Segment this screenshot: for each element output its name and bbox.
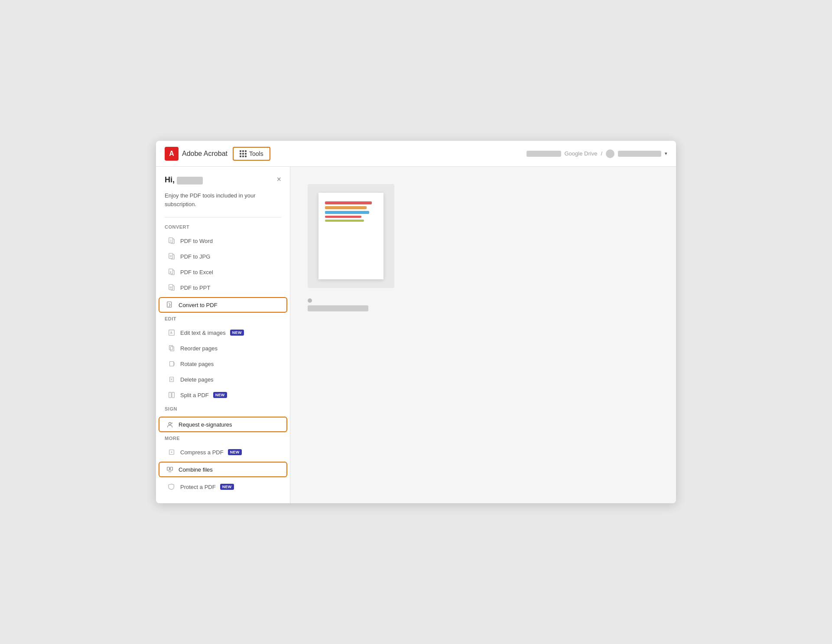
convert-to-pdf-item[interactable]: Convert to PDF xyxy=(159,297,287,313)
pdf-to-jpg-icon xyxy=(167,252,176,261)
pdf-to-excel-icon xyxy=(167,268,176,276)
section-label-edit: EDIT xyxy=(156,316,290,325)
new-badge-compress: NEW xyxy=(228,449,242,455)
pdf-line-2 xyxy=(325,206,367,209)
menu-item[interactable]: PDF to Excel xyxy=(159,264,287,280)
combine-files-label: Combine files xyxy=(179,466,213,473)
compress-pdf-icon xyxy=(167,448,176,456)
main-area: Hi, × Enjoy the PDF tools included in yo… xyxy=(156,167,676,503)
edit-text-images-label: Edit text & images xyxy=(180,330,226,336)
edit-text-images-item[interactable]: Edit text & images NEW xyxy=(159,325,287,340)
svg-rect-5 xyxy=(170,287,172,288)
svg-rect-3 xyxy=(169,269,173,274)
rotate-pages-label: Rotate pages xyxy=(180,361,214,367)
new-badge-edit-text: NEW xyxy=(230,330,244,336)
rotate-pages-item[interactable]: Rotate pages xyxy=(159,356,287,372)
file-name-blurred-content xyxy=(308,305,368,311)
delete-pages-icon xyxy=(167,375,176,384)
breadcrumb-sep: / xyxy=(601,150,602,157)
svg-point-15 xyxy=(172,423,172,424)
tools-label: Tools xyxy=(249,150,263,157)
svg-point-14 xyxy=(169,423,171,425)
pdf-to-word-label: PDF to Word xyxy=(180,238,213,244)
breadcrumb-service: Google Drive xyxy=(565,150,598,157)
user-name-blurred xyxy=(526,151,561,157)
file-icon-small xyxy=(606,149,614,158)
chevron-down-icon: ▾ xyxy=(665,151,667,156)
subscription-text: Enjoy the PDF tools included in your sub… xyxy=(156,191,290,215)
file-name-blurred xyxy=(618,151,661,157)
split-pdf-icon xyxy=(167,391,176,399)
app-window: A Adobe Acrobat Tools Google Drive / ▾ xyxy=(156,141,676,503)
edit-text-images-icon xyxy=(167,328,176,337)
header-right: Google Drive / ▾ xyxy=(526,149,668,158)
svg-rect-1 xyxy=(169,253,173,259)
pdf-line-3 xyxy=(325,211,369,214)
section-label-sign: SIGN xyxy=(156,406,290,415)
close-button[interactable]: × xyxy=(276,175,281,183)
acrobat-logo: A Adobe Acrobat xyxy=(165,147,228,161)
delete-pages-item[interactable]: Delete pages xyxy=(159,372,287,387)
file-info xyxy=(308,298,368,311)
pdf-to-jpg-label: PDF to JPG xyxy=(180,253,210,260)
svg-rect-13 xyxy=(172,392,174,398)
menu-item[interactable]: PDF to PPT xyxy=(159,280,287,295)
compress-pdf-label: Compress a PDF xyxy=(180,449,224,456)
sidebar: Hi, × Enjoy the PDF tools included in yo… xyxy=(156,167,290,503)
protect-pdf-icon xyxy=(167,482,176,491)
pdf-preview xyxy=(308,184,394,288)
content-area xyxy=(290,167,676,503)
reorder-pages-icon xyxy=(167,344,176,353)
protect-pdf-label: Protect a PDF xyxy=(180,484,216,490)
file-dot xyxy=(308,298,312,303)
greeting-hi: Hi, xyxy=(165,175,177,184)
pdf-to-ppt-icon xyxy=(167,283,176,292)
pdf-line-5 xyxy=(325,220,364,222)
tools-button[interactable]: Tools xyxy=(233,147,270,161)
pdf-to-word-icon xyxy=(167,236,176,245)
rotate-pages-icon xyxy=(167,359,176,368)
svg-rect-8 xyxy=(169,346,173,350)
convert-to-pdf-icon xyxy=(166,301,174,309)
protect-pdf-item[interactable]: Protect a PDF NEW xyxy=(159,479,287,495)
new-badge-split: NEW xyxy=(213,392,227,398)
app-name: Adobe Acrobat xyxy=(182,150,228,158)
acrobat-icon: A xyxy=(165,147,179,161)
divider xyxy=(165,217,281,217)
pdf-page xyxy=(318,193,384,279)
svg-rect-17 xyxy=(167,467,169,470)
reorder-pages-label: Reorder pages xyxy=(180,345,218,352)
new-badge-protect: NEW xyxy=(220,484,234,490)
reorder-pages-item[interactable]: Reorder pages xyxy=(159,340,287,356)
header-left: A Adobe Acrobat Tools xyxy=(165,147,270,161)
combine-files-item[interactable]: Combine files xyxy=(159,462,287,477)
grid-icon xyxy=(240,150,247,157)
split-pdf-item[interactable]: Split a PDF NEW xyxy=(159,387,287,403)
svg-rect-12 xyxy=(169,392,171,398)
split-pdf-label: Split a PDF xyxy=(180,392,209,398)
svg-rect-9 xyxy=(170,346,174,351)
compress-pdf-item[interactable]: Compress a PDF NEW xyxy=(159,444,287,460)
svg-point-2 xyxy=(170,255,172,257)
sidebar-header: Hi, × xyxy=(156,175,290,191)
greeting-text: Hi, xyxy=(165,175,203,184)
section-label-more: MORE xyxy=(156,436,290,444)
combine-files-icon xyxy=(166,465,174,474)
pdf-to-excel-label: PDF to Excel xyxy=(180,269,213,275)
request-esignatures-icon xyxy=(166,420,174,429)
delete-pages-label: Delete pages xyxy=(180,376,214,383)
menu-item[interactable]: PDF to JPG xyxy=(159,249,287,264)
convert-to-pdf-label: Convert to PDF xyxy=(179,302,218,308)
request-esignatures-item[interactable]: Request e-signatures xyxy=(159,417,287,432)
pdf-line-4 xyxy=(325,216,361,218)
section-label-convert: CONVERT xyxy=(156,224,290,233)
pdf-to-ppt-label: PDF to PPT xyxy=(180,285,210,291)
svg-rect-10 xyxy=(170,362,174,366)
request-esignatures-label: Request e-signatures xyxy=(179,421,232,428)
svg-rect-18 xyxy=(170,467,172,470)
user-name-blurred-sidebar xyxy=(177,177,203,184)
pdf-line-1 xyxy=(325,201,372,204)
menu-item[interactable]: PDF to Word xyxy=(159,233,287,249)
header: A Adobe Acrobat Tools Google Drive / ▾ xyxy=(156,141,676,167)
